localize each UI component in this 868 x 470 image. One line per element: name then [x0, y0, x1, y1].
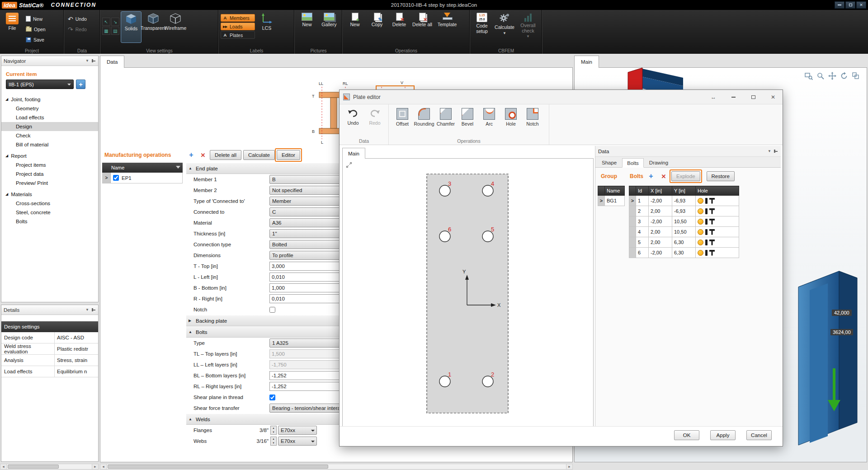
dialog-title-bar[interactable]: Plate editor ↔ ✕	[340, 90, 783, 104]
tree-item-preview-print[interactable]: Preview/ Print	[1, 179, 98, 188]
file-button[interactable]: File	[2, 11, 23, 43]
delete-all-button[interactable]: Delete all	[210, 150, 241, 160]
tab-main[interactable]: Main	[574, 56, 599, 68]
hole-bolt-icon[interactable]	[709, 250, 715, 256]
explode-button[interactable]: Explode	[671, 171, 700, 181]
panel-pin-icon[interactable]	[774, 149, 778, 153]
labels-plates-toggle[interactable]: APlates	[221, 31, 255, 39]
flanges-size-stepper[interactable]: ▲▼	[270, 426, 277, 435]
code-setup-button[interactable]: 1.1525.8 Code setup	[472, 11, 492, 43]
webs-size-stepper[interactable]: ▲▼	[270, 437, 277, 446]
dialog-maximize-button[interactable]	[747, 93, 759, 102]
new-project-button[interactable]: New	[24, 14, 47, 24]
tab-drawing[interactable]: Drawing	[645, 158, 673, 167]
operation-new-button[interactable]: ＋ New	[344, 11, 365, 43]
scroll-right-arrow[interactable]: ►	[92, 464, 98, 469]
scroll-left-arrow[interactable]: ◄	[100, 464, 107, 469]
overall-check-button[interactable]: Overall check ▼	[517, 11, 539, 43]
current-item-select[interactable]: IIB-1 (EPS)	[6, 80, 74, 89]
add-operation-button[interactable]: +	[186, 150, 196, 160]
navigator-collapse-icon[interactable]: ▼	[85, 59, 89, 63]
expander-icon[interactable]: ◢	[5, 154, 8, 158]
rounding-button[interactable]: Rounding	[414, 106, 434, 137]
bolt-row[interactable]: 42,0010,50	[629, 227, 739, 237]
view-top-button[interactable]: ↘	[111, 18, 119, 26]
view-grid-button[interactable]: ▦	[102, 27, 110, 35]
view-front-button[interactable]: ↖	[102, 18, 110, 26]
hole-bolt-icon[interactable]	[709, 208, 715, 214]
tree-item-design[interactable]: Design	[1, 122, 98, 131]
dialog-minimize-button[interactable]	[727, 93, 739, 102]
zoom-icon[interactable]	[816, 71, 825, 80]
operation-delete-all-button[interactable]: ✕ Delete all	[411, 11, 434, 43]
labels-loads-toggle[interactable]: ▸▸Loads	[221, 23, 255, 30]
bolt-row[interactable]: > 1-2,00-6,93	[629, 196, 739, 206]
undo-button[interactable]: ↶Undo	[66, 14, 89, 24]
tree-group-report[interactable]: ◢Report	[1, 151, 98, 160]
hole-plate-icon[interactable]	[705, 240, 708, 245]
hole-plate-icon[interactable]	[705, 208, 708, 214]
plate-drawing[interactable]: 3 4 6 5 1 2 Y X	[343, 159, 593, 427]
expander-icon[interactable]: ◢	[5, 97, 8, 101]
operation-delete-button[interactable]: ✕ Delete	[389, 11, 410, 43]
wireframe-view-button[interactable]: Wireframe	[165, 11, 186, 43]
calculate-operations-button[interactable]: Calculate	[243, 150, 275, 160]
add-bolt-button[interactable]: +	[646, 171, 656, 181]
tree-item-check[interactable]: Check	[1, 131, 98, 140]
expander-icon[interactable]: ◢	[5, 192, 8, 196]
tree-item-steel-concrete[interactable]: Steel, concrete	[1, 208, 98, 217]
tree-group-joint-footing[interactable]: ◢Joint, footing	[1, 94, 98, 104]
group-row-bg1[interactable]: >BG1	[598, 196, 625, 206]
dialog-resize-button[interactable]: ↔	[708, 93, 719, 102]
tab-data[interactable]: Data	[100, 56, 124, 68]
tree-item-project-data[interactable]: Project data	[1, 169, 98, 179]
pan-icon[interactable]	[828, 71, 837, 80]
data-horizontal-scrollbar[interactable]: ◄ ►	[100, 464, 573, 470]
tree-item-load-effects[interactable]: Load effects	[1, 113, 98, 122]
notch-checkbox[interactable]	[269, 307, 275, 313]
bolt-row[interactable]: 52,006,30	[629, 237, 739, 248]
section-end-plate[interactable]: ▲End plate	[186, 163, 359, 174]
redo-button[interactable]: ↷Redo	[66, 24, 89, 34]
dialog-undo-button[interactable]: Undo	[343, 106, 363, 137]
tab-bolts[interactable]: Bolts	[622, 158, 644, 168]
rotate-icon[interactable]	[840, 71, 849, 80]
group-name-header[interactable]: Name	[605, 186, 625, 196]
arc-button[interactable]: Arc	[479, 106, 499, 137]
views-icon[interactable]	[851, 71, 860, 80]
open-project-button[interactable]: Open	[24, 24, 47, 34]
id-header[interactable]: Id	[636, 186, 649, 196]
tree-group-materials[interactable]: ◢Materials	[1, 189, 98, 199]
filter-icon[interactable]	[176, 166, 180, 169]
navigator-pin-icon[interactable]	[92, 59, 96, 63]
section-bolts[interactable]: ▲Bolts	[186, 326, 359, 338]
solids-view-button[interactable]: Solids	[121, 11, 142, 43]
details-pin-icon[interactable]	[92, 308, 96, 312]
delete-operation-button[interactable]: ✕	[198, 150, 208, 160]
hole-color-icon[interactable]	[698, 240, 703, 245]
scroll-left-arrow[interactable]: ◄	[0, 464, 7, 469]
tree-item-project-items[interactable]: Project items	[1, 160, 98, 169]
hole-header[interactable]: Hole	[696, 186, 739, 196]
hole-plate-icon[interactable]	[705, 250, 708, 256]
zoom-window-icon[interactable]	[804, 71, 813, 80]
hole-plate-icon[interactable]	[705, 198, 708, 204]
editor-button[interactable]: Editor	[277, 150, 300, 160]
chamfer-button[interactable]: Chamfer	[436, 106, 456, 137]
close-button[interactable]: ✕	[856, 1, 866, 9]
tab-shape[interactable]: Shape	[597, 158, 621, 167]
hole-color-icon[interactable]	[698, 208, 703, 214]
dialog-redo-button[interactable]: Redo	[365, 106, 385, 137]
add-item-button[interactable]: +	[76, 80, 85, 89]
tree-item-bill-of-material[interactable]: Bill of material	[1, 140, 98, 149]
offset-button[interactable]: Offset	[392, 106, 412, 137]
scroll-right-arrow[interactable]: ►	[566, 464, 572, 469]
x-header[interactable]: X [in]	[649, 186, 672, 196]
apply-button[interactable]: Apply	[710, 430, 736, 440]
hole-plate-icon[interactable]	[705, 219, 708, 225]
y-header[interactable]: Y [in]	[672, 186, 696, 196]
hole-bolt-icon[interactable]	[709, 229, 715, 235]
scroll-thumb[interactable]	[8, 465, 59, 469]
canvas-tab-main[interactable]: Main	[342, 148, 365, 159]
lcs-button[interactable]: LCS	[256, 11, 277, 43]
